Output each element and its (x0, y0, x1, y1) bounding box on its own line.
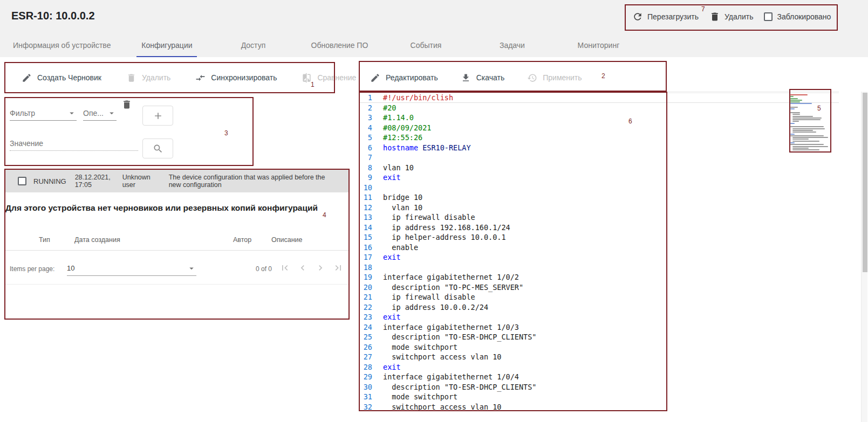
synchronize-label: Синхронизировать (211, 73, 277, 82)
download-config-label: Скачать (476, 73, 505, 82)
delete-config-label: Удалить (142, 73, 170, 82)
code-line-text: #12:55:26 (383, 133, 422, 143)
tab-2[interactable]: Доступ (210, 33, 296, 57)
tab-5[interactable]: Задачи (469, 33, 555, 57)
app-root: ESR-10: 10.0.0.2 Перезагрузить Удалить З… (0, 0, 868, 422)
line-number: 11 (359, 192, 372, 203)
edit-config-button[interactable]: Редактировать (370, 73, 438, 83)
reload-device-button[interactable]: Перезагрузить (632, 11, 699, 22)
code-line-text: description "TO-ESR-DHCP_CLIENTS" (383, 332, 536, 342)
code-line: 8vlan 10 (359, 163, 839, 173)
previous-page-button[interactable] (297, 262, 308, 273)
minimap-line (792, 119, 821, 120)
column-header-description: Описание (271, 236, 303, 244)
row-checkbox[interactable] (18, 177, 26, 185)
minimap-line (790, 142, 795, 143)
synchronize-button[interactable]: Синхронизировать (195, 73, 277, 83)
code-line: 16 enable (359, 243, 839, 253)
code-line-text: exit (383, 252, 401, 262)
download-config-button[interactable]: Скачать (461, 73, 505, 83)
tab-1[interactable]: Конфигурации (124, 33, 210, 57)
tab-4[interactable]: События (382, 33, 469, 57)
editor-scrollbar[interactable] (861, 92, 867, 422)
code-line-text: enable (383, 243, 418, 253)
code-line-text: #!/usr/bin/clish (383, 93, 453, 103)
code-line: 7 (359, 153, 839, 163)
add-filter-button[interactable] (142, 106, 173, 126)
code-line-text: exit (383, 362, 401, 372)
minimap-line (792, 148, 809, 149)
sync-arrows-icon (195, 73, 206, 83)
code-line: 32 switchport access vlan 10 (359, 402, 839, 412)
minimap-line (790, 96, 794, 97)
code-line: 10 (359, 183, 839, 193)
column-header-date: Дата создания (74, 236, 120, 244)
scrollbar-thumb[interactable] (863, 93, 867, 272)
clear-filter-button[interactable] (121, 99, 133, 111)
minimap-line (792, 117, 822, 119)
minimap-line (790, 101, 800, 102)
line-number: 14 (359, 223, 372, 233)
filter-field-label: Фильтр (10, 109, 35, 117)
minimap-line (790, 103, 812, 104)
code-line: 30 description "TO-ESR-DHCP_CLIENTS" (359, 382, 839, 392)
tab-6[interactable]: Мониторинг (555, 33, 641, 57)
filter-operator-select[interactable]: Опе... (83, 106, 117, 121)
code-line-text: vlan 10 (383, 163, 414, 173)
search-button[interactable] (142, 139, 173, 158)
code-line-text: description "TO-ESR-DHCP_CLIENTS" (383, 382, 536, 392)
compare-button[interactable]: Сравнение (302, 73, 356, 83)
tab-0[interactable]: Информация об устройстве (0, 33, 124, 57)
code-line-text: #20 (383, 103, 396, 113)
create-draft-label: Создать Черновик (37, 73, 101, 82)
minimap-line (790, 123, 795, 124)
create-draft-button[interactable]: Создать Черновик (22, 73, 101, 83)
header-actions: Перезагрузить Удалить Заблокировано (632, 8, 831, 25)
code-line-text: mode switchport (383, 342, 457, 352)
restore-icon (527, 73, 537, 83)
blocked-checkbox[interactable]: Заблокировано (764, 12, 831, 21)
filter-field-select[interactable]: Фильтр (10, 106, 77, 121)
code-line: 29interface gigabitethernet 1/0/4 (359, 372, 839, 382)
code-line: 23exit (359, 312, 839, 322)
code-line: 19interface gigabitethernet 1/0/2 (359, 272, 839, 282)
apply-config-button[interactable]: Применить (527, 73, 582, 83)
line-number: 18 (359, 262, 372, 273)
page-size-select[interactable]: 10 (67, 261, 196, 276)
delete-device-button[interactable]: Удалить (709, 11, 753, 22)
delete-config-button[interactable]: Удалить (126, 73, 170, 83)
download-icon (461, 73, 471, 83)
refresh-icon (632, 11, 643, 22)
code-line-text: bridge 10 (383, 192, 422, 203)
last-page-button[interactable] (333, 262, 344, 273)
blocked-label: Заблокировано (777, 12, 831, 21)
code-line: 6hostname ESR10-RELAY (359, 143, 839, 153)
next-page-button[interactable] (315, 262, 326, 273)
code-line: 12 vlan 10 (359, 203, 839, 213)
line-number: 16 (359, 243, 372, 253)
line-number: 29 (359, 372, 372, 382)
config-created: 28.12.2021, 17:05 (75, 174, 115, 189)
code-line: 28exit (359, 362, 839, 372)
minimap-line (792, 139, 809, 140)
editor-toolbar-divider (359, 92, 839, 92)
config-editor[interactable]: 1#!/usr/bin/clish2#203#1.14.04#08/09/202… (359, 93, 839, 422)
column-header-author: Автор (233, 236, 251, 244)
minimap-line (792, 114, 800, 115)
minimap-line (790, 98, 798, 99)
minimap-line (792, 128, 825, 129)
line-number: 13 (359, 212, 372, 223)
line-number: 23 (359, 312, 372, 322)
search-icon (153, 143, 163, 154)
tab-3[interactable]: Обновление ПО (296, 33, 382, 57)
running-config-row[interactable]: RUNNING 28.12.2021, 17:05 Unknown user T… (5, 170, 350, 192)
config-description: The device configuration that was applie… (169, 174, 331, 189)
editor-minimap[interactable] (790, 94, 830, 151)
compare-icon (302, 73, 312, 83)
code-line: 25 description "TO-ESR-DHCP_CLIENTS" (359, 332, 839, 342)
minimap-line (790, 94, 808, 95)
filter-value-input[interactable] (10, 136, 138, 151)
line-number: 2 (359, 103, 372, 113)
code-line: 24interface gigabitethernet 1/0/3 (359, 322, 839, 333)
first-page-button[interactable] (279, 262, 290, 273)
